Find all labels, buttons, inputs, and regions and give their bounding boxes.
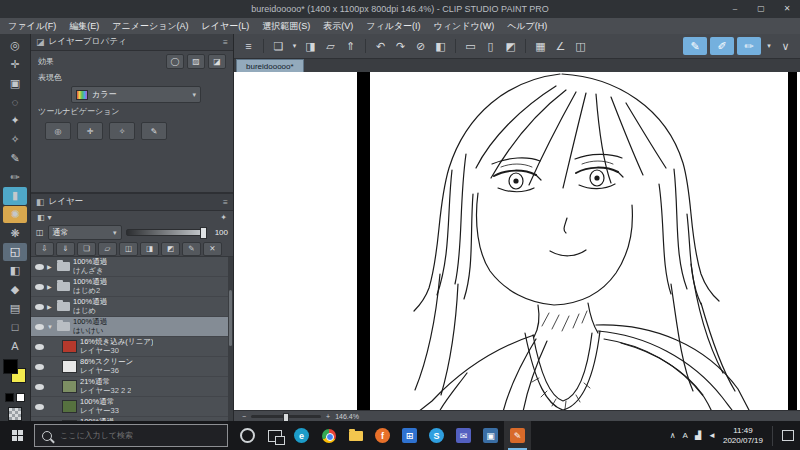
zoom-out-button[interactable]: − bbox=[242, 413, 246, 420]
taskbar-app-edge[interactable]: e bbox=[288, 421, 315, 450]
nav-brush-button[interactable]: ✎ bbox=[141, 122, 167, 140]
new-canvas-button[interactable]: ❏ bbox=[270, 38, 287, 55]
eye-icon[interactable] bbox=[35, 364, 44, 370]
volume-icon[interactable]: ◄ bbox=[708, 431, 716, 440]
snap-button[interactable]: ∠ bbox=[552, 38, 569, 55]
taskbar-app-mail[interactable]: ✉ bbox=[450, 421, 477, 450]
move-tool[interactable]: ✛ bbox=[3, 56, 27, 74]
ime-mode-icon[interactable]: A bbox=[683, 431, 688, 440]
decoration-tool[interactable]: ❋ bbox=[3, 224, 27, 242]
material-button[interactable]: ◫ bbox=[572, 38, 589, 55]
eye-icon[interactable] bbox=[35, 284, 44, 290]
main-menu-button[interactable]: ≡ bbox=[240, 38, 257, 55]
task-view-button[interactable] bbox=[261, 421, 288, 450]
search-input[interactable] bbox=[58, 430, 220, 441]
eye-icon[interactable] bbox=[35, 384, 44, 390]
taskbar-app-photos[interactable]: ▣ bbox=[477, 421, 504, 450]
black-swatch[interactable] bbox=[5, 393, 14, 402]
layer-row[interactable]: 16%焼き込み(リニア) レイヤー30 bbox=[31, 337, 233, 357]
gradient-tool[interactable]: ▤ bbox=[3, 299, 27, 317]
panel-menu-icon[interactable]: ≡ bbox=[223, 37, 228, 47]
layer-row-folder[interactable]: ▶ 100%通過 はじめ bbox=[31, 297, 233, 317]
layer-thumbnail[interactable] bbox=[62, 400, 77, 413]
eye-icon[interactable] bbox=[35, 264, 44, 270]
lasso-tool[interactable]: ◌ bbox=[3, 93, 27, 111]
action-center-icon[interactable] bbox=[782, 430, 794, 441]
redo-button[interactable]: ↷ bbox=[392, 38, 409, 55]
auto-select-tool[interactable]: ✦ bbox=[3, 112, 27, 130]
palette-caret-icon[interactable]: ▾ bbox=[48, 213, 52, 222]
open-button[interactable]: ▱ bbox=[322, 38, 339, 55]
merge-down-button[interactable]: ⇓ bbox=[56, 242, 75, 256]
pen-caret-button[interactable]: ▾ bbox=[764, 38, 774, 55]
taskbar-app-store[interactable]: ⊞ bbox=[396, 421, 423, 450]
figure-tool[interactable]: □ bbox=[3, 318, 27, 336]
taskbar-clock[interactable]: 11:49 2020/07/19 bbox=[723, 426, 763, 446]
nav-zoom-button[interactable]: ◎ bbox=[45, 122, 71, 140]
transfer-down-button[interactable]: ⇩ bbox=[35, 242, 54, 256]
quick-pen-button[interactable]: ✎ bbox=[683, 37, 707, 55]
text-tool[interactable]: A bbox=[3, 337, 27, 355]
blend-combo-icon[interactable]: ◫ bbox=[36, 228, 44, 237]
layer-thumbnail[interactable] bbox=[62, 340, 77, 353]
minimize-button[interactable]: – bbox=[722, 0, 748, 18]
menu-file[interactable]: ファイル(F) bbox=[8, 20, 56, 33]
layer-mask-button[interactable]: ◨ bbox=[140, 242, 159, 256]
zoom-tool[interactable]: ◎ bbox=[3, 37, 27, 55]
grid-button[interactable]: ▦ bbox=[532, 38, 549, 55]
blend-mode-select[interactable]: 通常 ▾ bbox=[48, 225, 122, 240]
airbrush-tool[interactable]: ✺ bbox=[3, 206, 27, 224]
taskbar-search[interactable] bbox=[34, 424, 228, 447]
delete-layer-button[interactable]: ✕ bbox=[203, 242, 222, 256]
folder-caret-icon[interactable]: ▼ bbox=[47, 324, 54, 330]
brush-tool[interactable]: ▮ bbox=[3, 187, 27, 205]
menu-window[interactable]: ウィンドウ(W) bbox=[434, 20, 495, 33]
eyedropper-tool[interactable]: ✧ bbox=[3, 131, 27, 149]
menu-view[interactable]: 表示(V) bbox=[323, 20, 353, 33]
menu-layer[interactable]: レイヤー(L) bbox=[202, 20, 250, 33]
border-effect-button[interactable]: ◯ bbox=[166, 54, 184, 69]
menu-animation[interactable]: アニメーション(A) bbox=[112, 20, 188, 33]
white-swatch[interactable] bbox=[16, 393, 25, 402]
pen-tool[interactable]: ✎ bbox=[3, 149, 27, 167]
quick-brush-button[interactable]: ✐ bbox=[710, 37, 734, 55]
eye-icon[interactable] bbox=[35, 344, 44, 350]
layer-thumbnail[interactable] bbox=[62, 380, 77, 393]
select-rect-button[interactable]: ▭ bbox=[462, 38, 479, 55]
fill-tool[interactable]: ◆ bbox=[3, 281, 27, 299]
start-button[interactable] bbox=[0, 421, 34, 450]
taskbar-app-file-explorer[interactable] bbox=[342, 421, 369, 450]
save-button[interactable]: ◨ bbox=[302, 38, 319, 55]
duplicate-layer-button[interactable]: ◫ bbox=[119, 242, 138, 256]
layer-row-folder-selected[interactable]: ▼ 100%通過 はいけい bbox=[31, 317, 233, 337]
layer-row[interactable]: 21%通常 レイヤー32 2 2 bbox=[31, 377, 233, 397]
canvas-viewport[interactable] bbox=[234, 72, 800, 410]
eye-icon[interactable] bbox=[35, 404, 44, 410]
taskbar-app-skype[interactable]: S bbox=[423, 421, 450, 450]
deselect-button[interactable]: ▯ bbox=[482, 38, 499, 55]
layer-list-scrollbar[interactable] bbox=[228, 257, 233, 421]
canvas-tab[interactable]: bureidooooo* bbox=[236, 59, 304, 72]
layer-row-folder[interactable]: ▶ 100%通過 はじめ2 bbox=[31, 277, 233, 297]
zoom-in-button[interactable]: + bbox=[326, 413, 330, 420]
folder-caret-icon[interactable]: ▶ bbox=[47, 263, 54, 270]
fill-button[interactable]: ◧ bbox=[432, 38, 449, 55]
new-folder-button[interactable]: ▱ bbox=[98, 242, 117, 256]
export-button[interactable]: ⇑ bbox=[342, 38, 359, 55]
expression-color-select[interactable]: カラー ▾ bbox=[71, 86, 201, 103]
nav-move-button[interactable]: ✛ bbox=[77, 122, 103, 140]
taskbar-app-firefox[interactable]: f bbox=[369, 421, 396, 450]
layer-row-folder[interactable]: ▶ 100%通過 けんざき bbox=[31, 257, 233, 277]
menu-selection[interactable]: 選択範囲(S) bbox=[262, 20, 310, 33]
tone-effect-button[interactable]: ▨ bbox=[187, 54, 205, 69]
eraser-tool[interactable]: ◱ bbox=[3, 243, 27, 261]
clear-button[interactable]: ⊘ bbox=[412, 38, 429, 55]
hidden-icons-chevron-icon[interactable]: ∧ bbox=[670, 431, 676, 440]
undo-button[interactable]: ↶ bbox=[372, 38, 389, 55]
pencil-tool[interactable]: ✏ bbox=[3, 168, 27, 186]
default-colors[interactable] bbox=[5, 393, 25, 402]
nav-eyedropper-button[interactable]: ✧ bbox=[109, 122, 135, 140]
new-layer-button[interactable]: ❏ bbox=[77, 242, 96, 256]
close-button[interactable]: ✕ bbox=[774, 0, 800, 18]
eye-icon[interactable] bbox=[35, 304, 44, 310]
